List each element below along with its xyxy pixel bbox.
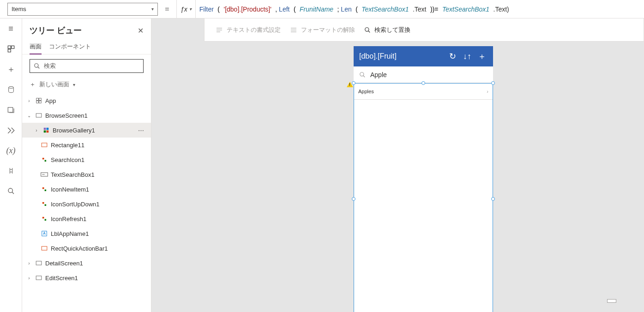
data-icon[interactable] — [6, 85, 16, 94]
svg-rect-13 — [47, 128, 49, 130]
chevron-down-icon: ⌄ — [26, 113, 32, 118]
more-icon[interactable]: ⋯ — [138, 127, 147, 134]
svg-point-3 — [8, 86, 13, 88]
format-text-label: テキストの書式設定 — [227, 26, 281, 34]
hamburger-icon[interactable]: ≡ — [6, 24, 16, 33]
svg-rect-14 — [44, 131, 46, 133]
tree-item-label: RectQuickActionBar1 — [51, 245, 108, 252]
remove-format-button[interactable]: フォーマットの解除 — [290, 26, 355, 34]
tree-search-placeholder: 検索 — [44, 62, 56, 70]
tree-item-rectangle11[interactable]: Rectangle11 — [22, 138, 151, 152]
chevron-right-icon: › — [26, 276, 32, 281]
chevron-down-icon: ▾ — [189, 6, 192, 12]
tree-item-text-search-box[interactable]: TextSearchBox1 — [22, 167, 151, 182]
left-rail: ≡ ＋ (x) — [0, 18, 22, 312]
chevron-right-icon: › — [26, 261, 32, 266]
tree-view-icon[interactable] — [6, 44, 16, 54]
tools-icon[interactable] — [6, 166, 16, 175]
tree-item-icon-new-item[interactable]: IconNewItem1 — [22, 182, 151, 197]
svg-rect-9 — [36, 101, 39, 103]
svg-rect-20 — [36, 261, 42, 265]
formula-input[interactable]: Filter ( '[dbo].[Products]' , Left ( Fru… — [196, 6, 644, 13]
tree-item-label: IconNewItem1 — [51, 186, 89, 193]
tree-view-panel: ツリー ビュー ✕ 画面 コンポーネント 検索 ＋ 新しい画面 ▾ › App — [22, 18, 151, 312]
control-icon — [41, 156, 48, 163]
app-header: [dbo].[Fruit] ↻ ↓↑ ＋ — [354, 46, 493, 66]
chevron-right-icon: › — [33, 128, 40, 133]
svg-rect-16 — [42, 143, 47, 147]
remove-format-label: フォーマットの解除 — [301, 26, 355, 34]
tree-item-label: TextSearchBox1 — [51, 171, 95, 178]
property-dropdown[interactable]: Items ▾ — [7, 3, 158, 16]
refresh-icon[interactable]: ↻ — [447, 51, 458, 61]
svg-rect-15 — [47, 131, 49, 133]
tree-item-label: LblAppName1 — [51, 230, 89, 237]
tab-screen[interactable]: 画面 — [30, 40, 42, 54]
chevron-down-icon: ▾ — [151, 6, 154, 12]
formula-token: FrunitName — [300, 6, 333, 13]
search-input[interactable]: Apple — [370, 71, 387, 78]
control-icon — [41, 230, 48, 237]
tree-item-edit-screen[interactable]: › EditScreen1 — [22, 270, 151, 285]
tree-item-label: IconRefresh1 — [51, 216, 86, 222]
tree-item-label: Rectangle11 — [51, 142, 84, 149]
format-icon — [216, 27, 223, 33]
svg-rect-11 — [36, 114, 42, 117]
formula-token: ( — [355, 6, 358, 13]
screen-icon — [35, 112, 42, 119]
svg-point-5 — [8, 188, 12, 192]
formula-token: ( — [217, 6, 220, 13]
svg-rect-1 — [11, 46, 14, 48]
insert-icon[interactable]: ＋ — [6, 65, 16, 74]
tree-search-input[interactable]: 検索 — [30, 59, 144, 73]
svg-point-22 — [365, 27, 369, 31]
formula-token: .Text — [413, 6, 427, 13]
tab-components[interactable]: コンポーネント — [49, 40, 91, 54]
variables-icon[interactable]: (x) — [6, 146, 16, 155]
formula-token: Filter — [199, 6, 214, 13]
formula-sub-toolbar: テキストの書式設定 フォーマットの解除 検索して置換 — [204, 18, 644, 42]
tree-item-detail-screen[interactable]: › DetailScreen1 — [22, 256, 151, 270]
chevron-right-icon: › — [487, 89, 488, 94]
screen-icon — [35, 274, 42, 282]
close-icon[interactable]: ✕ — [138, 26, 144, 35]
advanced-icon[interactable] — [6, 126, 16, 135]
search-icon[interactable] — [6, 186, 16, 196]
tree-item-browse-gallery[interactable]: › BrowseGallery1 ⋯ — [22, 123, 151, 138]
find-replace-label: 検索して置換 — [374, 26, 410, 34]
tree-item-icon-refresh[interactable]: IconRefresh1 — [22, 211, 151, 226]
app-title: [dbo].[Fruit] — [359, 52, 397, 60]
tree-item-browse-screen[interactable]: ⌄ BrowseScreen1 — [22, 108, 151, 123]
app-search-row: Apple — [354, 66, 493, 83]
add-icon[interactable]: ＋ — [476, 51, 488, 62]
find-replace-button[interactable]: 検索して置換 — [364, 26, 410, 34]
formula-token: Len — [341, 6, 351, 13]
list-item[interactable]: Apples › — [354, 83, 493, 100]
tree-items: › App ⌄ BrowseScreen1 › BrowseGallery1 — [22, 93, 151, 285]
sort-icon[interactable]: ↓↑ — [462, 52, 473, 61]
screen-preview[interactable]: [dbo].[Fruit] ↻ ↓↑ ＋ Apple Apples › — [354, 46, 493, 312]
control-icon — [41, 245, 48, 252]
warning-icon[interactable] — [347, 82, 353, 87]
svg-rect-0 — [8, 46, 11, 48]
tree-item-icon-sort[interactable]: IconSortUpDown1 — [22, 197, 151, 211]
tree-item-search-icon1[interactable]: SearchIcon1 — [22, 152, 151, 167]
tree-item-label: SearchIcon1 — [51, 156, 84, 163]
svg-point-23 — [360, 72, 364, 76]
new-screen-button[interactable]: ＋ 新しい画面 ▾ — [22, 78, 151, 93]
search-icon — [359, 72, 366, 78]
canvas[interactable]: テキストの書式設定 フォーマットの解除 検索して置換 [dbo].[Fruit]… — [151, 18, 644, 312]
formula-token: , — [275, 6, 279, 13]
screen-icon — [35, 259, 42, 267]
media-icon[interactable] — [6, 105, 16, 114]
tree-item-rect-qab[interactable]: RectQuickActionBar1 — [22, 241, 151, 256]
svg-rect-19 — [42, 246, 47, 250]
formula-token: TextSearchBox1 — [442, 6, 489, 13]
tree-item-app[interactable]: › App — [22, 93, 151, 108]
format-text-button[interactable]: テキストの書式設定 — [216, 26, 281, 34]
tree-item-lbl-app-name[interactable]: LblAppName1 — [22, 226, 151, 241]
control-icon — [41, 141, 48, 149]
fx-button[interactable]: ƒx ▾ — [176, 0, 196, 18]
tree-item-label: BrowseGallery1 — [53, 127, 95, 134]
zoom-widget[interactable] — [607, 299, 616, 303]
